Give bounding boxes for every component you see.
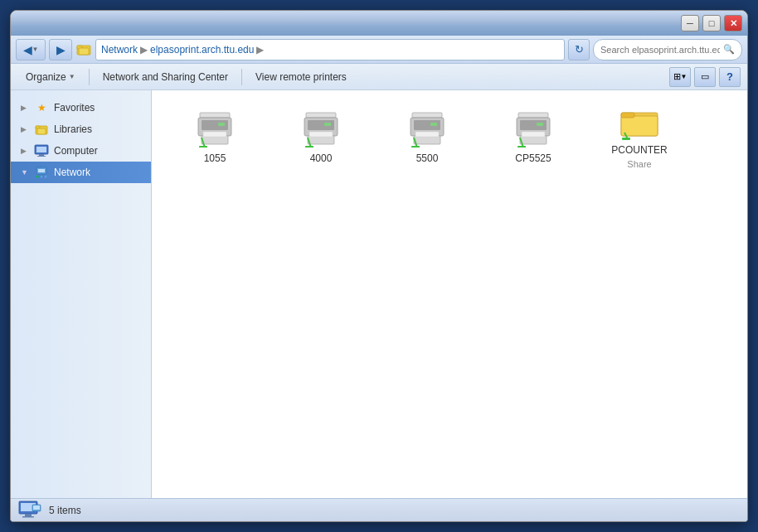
list-item[interactable]: PCOUNTER Share — [590, 104, 689, 170]
toolbar-right: ⊞ ▼ ▭ ? — [669, 67, 741, 87]
svg-rect-4 — [36, 126, 40, 128]
main-area: ▶ ★ Favorites ▶ Libraries — [11, 90, 747, 498]
explorer-window: ─ □ ✕ ◀ ▼ ▶ Network ▶ elpasoprint.arch.t… — [10, 10, 748, 522]
network-label: Network — [54, 167, 90, 178]
list-item[interactable]: 1055 — [165, 104, 265, 170]
svg-rect-22 — [203, 132, 226, 137]
printer-cp5525-label: CP5525 — [515, 152, 551, 164]
status-text: 5 items — [49, 505, 81, 516]
maximize-button[interactable]: □ — [702, 15, 721, 31]
view-dropdown-icon: ▼ — [681, 73, 688, 80]
svg-rect-52 — [22, 516, 34, 518]
svg-rect-34 — [430, 123, 437, 126]
sidebar-item-network[interactable]: ▼ Network — [11, 162, 151, 183]
back-icon: ◀ — [23, 43, 32, 56]
libraries-expand-icon: ▶ — [21, 125, 29, 133]
toolbar: Organize ▼ Network and Sharing Center Vi… — [11, 64, 747, 90]
svg-rect-11 — [38, 169, 45, 172]
list-item[interactable]: 5500 — [377, 104, 477, 170]
sidebar-item-computer[interactable]: ▶ Computer — [11, 140, 151, 162]
svg-point-16 — [45, 176, 47, 178]
favorites-expand-icon: ▶ — [21, 104, 29, 112]
svg-rect-8 — [39, 154, 44, 156]
view-icon: ⊞ — [673, 71, 681, 82]
svg-rect-41 — [537, 123, 543, 126]
view-remote-button[interactable]: View remote printers — [247, 67, 355, 87]
search-icon: 🔍 — [723, 44, 735, 55]
svg-rect-51 — [25, 514, 32, 516]
help-icon: ? — [726, 70, 733, 83]
list-item[interactable]: 4000 — [271, 104, 371, 170]
printer-5500-label: 5500 — [416, 152, 439, 164]
sidebar-item-favorites[interactable]: ▶ ★ Favorites — [11, 97, 151, 118]
breadcrumb-sep-2: ▶ — [256, 44, 264, 56]
svg-point-15 — [41, 176, 43, 178]
window-controls: ─ □ ✕ — [681, 15, 742, 31]
preview-pane-button[interactable]: ▭ — [694, 67, 716, 87]
computer-expand-icon: ▶ — [21, 147, 29, 155]
organize-dropdown-icon: ▼ — [69, 73, 75, 80]
printer-cp5525-icon — [513, 109, 553, 149]
printer-4000-icon — [301, 109, 341, 149]
printer-4000-label: 4000 — [310, 152, 333, 164]
breadcrumb-network[interactable]: Network — [101, 44, 138, 56]
printer-1055-label: 1055 — [204, 152, 226, 164]
svg-rect-42 — [520, 136, 547, 144]
svg-rect-43 — [522, 132, 545, 137]
libraries-label: Libraries — [54, 123, 92, 135]
search-input[interactable] — [600, 45, 720, 55]
title-bar: ─ □ ✕ — [11, 11, 747, 36]
forward-button[interactable]: ▶ — [49, 39, 72, 60]
svg-rect-7 — [36, 147, 46, 152]
svg-rect-37 — [411, 146, 420, 148]
svg-rect-30 — [305, 146, 313, 148]
network-expand-icon: ▼ — [21, 168, 29, 177]
computer-icon — [34, 143, 49, 158]
svg-rect-17 — [200, 113, 230, 118]
svg-rect-21 — [202, 136, 228, 144]
breadcrumb-bar[interactable]: Network ▶ elpasoprint.arch.ttu.edu ▶ — [95, 39, 565, 60]
back-button[interactable]: ◀ ▼ — [16, 39, 46, 60]
svg-rect-9 — [37, 156, 46, 157]
svg-rect-23 — [199, 146, 207, 148]
network-sharing-label: Network and Sharing Center — [103, 71, 228, 83]
preview-icon: ▭ — [701, 71, 709, 82]
view-toggle-button[interactable]: ⊞ ▼ — [669, 67, 691, 87]
forward-icon: ▶ — [56, 43, 66, 56]
help-button[interactable]: ? — [719, 67, 741, 87]
favorites-label: Favorites — [54, 102, 95, 114]
toolbar-separator-1 — [89, 69, 90, 85]
list-item[interactable]: CP5525 — [483, 104, 583, 170]
svg-rect-47 — [621, 113, 634, 118]
sidebar: ▶ ★ Favorites ▶ Libraries — [11, 90, 152, 498]
svg-rect-46 — [621, 116, 658, 136]
network-sharing-button[interactable]: Network and Sharing Center — [95, 67, 236, 87]
status-computer-icon — [17, 501, 42, 520]
folder-pcounter-icon — [620, 104, 659, 141]
libraries-icon — [34, 122, 49, 137]
svg-point-14 — [36, 176, 39, 178]
svg-rect-29 — [309, 132, 333, 137]
breadcrumb-server[interactable]: elpasoprint.arch.ttu.edu — [150, 44, 254, 56]
network-icon — [34, 165, 49, 180]
minimize-button[interactable]: ─ — [681, 15, 699, 31]
organize-button[interactable]: Organize ▼ — [17, 67, 84, 87]
svg-rect-48 — [622, 138, 630, 140]
svg-rect-31 — [412, 113, 442, 118]
dropdown-icon: ▼ — [32, 46, 39, 53]
printer-5500-icon — [407, 109, 447, 149]
close-button[interactable]: ✕ — [724, 15, 742, 31]
breadcrumb-sep-1: ▶ — [140, 44, 148, 56]
status-bar: 5 items — [11, 498, 747, 521]
location-icon — [75, 41, 92, 58]
computer-label: Computer — [54, 145, 98, 157]
content-area: 1055 4000 — [152, 90, 747, 498]
refresh-button[interactable]: ↻ — [568, 39, 590, 60]
search-box[interactable]: 🔍 — [593, 39, 742, 60]
sidebar-item-libraries[interactable]: ▶ Libraries — [11, 118, 151, 140]
address-bar: ◀ ▼ ▶ Network ▶ elpasoprint.arch.ttu.edu… — [11, 36, 747, 64]
folder-pcounter-label: PCOUNTER — [611, 144, 667, 156]
svg-rect-36 — [415, 132, 439, 137]
svg-rect-44 — [517, 146, 526, 148]
svg-rect-38 — [518, 113, 548, 118]
